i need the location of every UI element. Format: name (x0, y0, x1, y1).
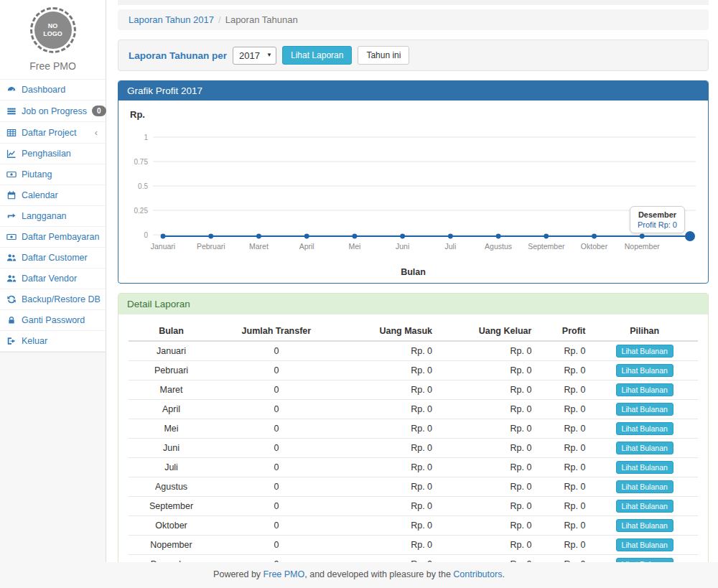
app-logo: NO LOGO (30, 7, 76, 53)
sidebar-item-daftar-customer[interactable]: Daftar Customer (0, 248, 106, 269)
table-row-pebruari: Pebruari0Rp. 0Rp. 0Rp. 0Lihat Bulanan (129, 361, 698, 381)
money-icon (6, 169, 17, 179)
cell-profit: Rp. 0 (537, 497, 591, 516)
sidebar-item-backup-restore-db[interactable]: Backup/Restore DB (0, 289, 106, 310)
sidebar-item-piutang[interactable]: Piutang (0, 164, 106, 185)
sidebar-item-penghasilan[interactable]: Penghasilan (0, 144, 106, 164)
sidebar-item-calendar[interactable]: Calendar (0, 185, 106, 206)
column-header-uang-masuk: Uang Masuk (339, 322, 438, 341)
lihat-bulanan-button[interactable]: Lihat Bulanan (616, 538, 673, 551)
sidebar-item-label: Daftar Project (22, 128, 90, 138)
no-logo-badge: NO LOGO (34, 11, 72, 49)
sidebar-item-ganti-password[interactable]: Ganti Password (0, 310, 106, 331)
y-tick-label: 0.75 (134, 158, 149, 166)
table-row-agustus: Agustus0Rp. 0Rp. 0Rp. 0Lihat Bulanan (129, 477, 698, 497)
cell-masuk: Rp. 0 (339, 341, 438, 361)
lihat-bulanan-button[interactable]: Lihat Bulanan (616, 403, 673, 416)
profit-chart[interactable]: 10.750.50.250JanuariPebruariMaretAprilMe… (129, 121, 698, 269)
sign-out-icon (6, 336, 17, 346)
lihat-bulanan-button[interactable]: Lihat Bulanan (616, 422, 673, 435)
cell-bulan: Juli (129, 458, 214, 477)
sidebar-item-label: Langganan (22, 211, 99, 221)
tahun-ini-button[interactable]: Tahun ini (358, 46, 409, 65)
cell-jumlah: 0 (214, 419, 339, 439)
sidebar-item-daftar-pembayaran[interactable]: Daftar Pembayaran (0, 227, 106, 248)
breadcrumb-separator: / (214, 14, 225, 25)
cell-masuk: Rp. 0 (339, 516, 438, 536)
cell-bulan: Juni (129, 439, 214, 458)
cell-masuk: Rp. 0 (339, 536, 438, 555)
cell-jumlah: 0 (214, 497, 339, 516)
x-tick-label: Maret (249, 242, 269, 251)
lihat-bulanan-button[interactable]: Lihat Bulanan (616, 500, 673, 513)
cell-profit: Rp. 0 (537, 458, 591, 477)
lihat-bulanan-button[interactable]: Lihat Bulanan (616, 383, 673, 396)
lihat-bulanan-button[interactable]: Lihat Bulanan (616, 480, 673, 493)
filter-bar: Laporan Tahunan per 2017 ▼ Lihat Laporan… (118, 39, 709, 71)
breadcrumb-link[interactable]: Laporan Tahun 2017 (129, 14, 214, 25)
cell-masuk: Rp. 0 (339, 419, 438, 439)
cell-masuk: Rp. 0 (339, 497, 438, 516)
lock-icon (6, 315, 17, 325)
lihat-bulanan-button[interactable]: Lihat Bulanan (616, 461, 673, 474)
cell-masuk: Rp. 0 (339, 458, 438, 477)
x-tick-label: Nopember (625, 242, 661, 251)
sidebar-item-label: Backup/Restore DB (22, 294, 101, 304)
x-tick-label: Oktober (581, 242, 608, 251)
users-icon (6, 253, 17, 263)
chart-line-icon (6, 149, 17, 159)
sidebar-item-langganan[interactable]: Langganan (0, 206, 106, 227)
sidebar-item-daftar-vendor[interactable]: Daftar Vendor (0, 269, 106, 289)
sidebar-item-label: Daftar Vendor (22, 274, 99, 284)
x-tick-label: Juni (396, 242, 409, 251)
calendar-icon (6, 190, 17, 200)
year-select[interactable]: 2017 (233, 47, 276, 65)
y-tick-label: 0.5 (138, 182, 148, 190)
table-row-nopember: Nopember0Rp. 0Rp. 0Rp. 0Lihat Bulanan (129, 536, 698, 555)
cell-action: Lihat Bulanan (591, 381, 698, 400)
table-row-oktober: Oktober0Rp. 0Rp. 0Rp. 0Lihat Bulanan (129, 516, 698, 536)
tooltip-month: Desember (638, 210, 677, 219)
column-header-bulan: Bulan (129, 322, 214, 341)
cell-bulan: Mei (129, 419, 214, 439)
x-tick-label: Januari (151, 242, 175, 251)
users-icon (6, 274, 17, 284)
lihat-bulanan-button[interactable]: Lihat Bulanan (616, 364, 673, 377)
footer-text-prefix: Powered by (213, 569, 263, 579)
sidebar-item-label: Daftar Customer (22, 253, 99, 263)
column-header-jumlah-transfer: Jumlah Transfer (214, 322, 339, 341)
cell-keluar: Rp. 0 (438, 381, 537, 400)
lihat-bulanan-button[interactable]: Lihat Bulanan (616, 442, 673, 454)
lihat-bulanan-button[interactable]: Lihat Bulanan (616, 519, 673, 532)
footer-contributors-link[interactable]: Contributors (453, 569, 502, 579)
cell-bulan: Nopember (129, 536, 214, 555)
profit-line-chart-svg[interactable]: 10.750.50.250JanuariPebruariMaretAprilMe… (129, 121, 700, 266)
cell-profit: Rp. 0 (537, 516, 591, 536)
table-row-juni: Juni0Rp. 0Rp. 0Rp. 0Lihat Bulanan (129, 439, 698, 458)
sidebar-item-dashboard[interactable]: Dashboard (0, 80, 106, 101)
job-count-badge: 0 (92, 106, 106, 116)
sidebar-item-daftar-project[interactable]: Daftar Project‹ (0, 122, 106, 144)
cell-masuk: Rp. 0 (339, 400, 438, 419)
x-tick-label: Mei (348, 242, 360, 251)
table-row-juli: Juli0Rp. 0Rp. 0Rp. 0Lihat Bulanan (129, 458, 698, 477)
x-tick-label: Agustus (485, 242, 512, 251)
cell-action: Lihat Bulanan (591, 516, 698, 536)
lihat-laporan-button[interactable]: Lihat Laporan (282, 46, 352, 65)
cell-jumlah: 0 (214, 458, 339, 477)
lihat-bulanan-button[interactable]: Lihat Bulanan (616, 345, 673, 358)
cell-keluar: Rp. 0 (438, 516, 537, 536)
sidebar-item-label: Daftar Pembayaran (22, 232, 99, 242)
cell-keluar: Rp. 0 (438, 439, 537, 458)
report-table: BulanJumlah TransferUang MasukUang Kelua… (129, 322, 698, 588)
cell-jumlah: 0 (214, 439, 339, 458)
table-row-april: April0Rp. 0Rp. 0Rp. 0Lihat Bulanan (129, 400, 698, 419)
main-content: Laporan Tahun 2017/Laporan Tahunan Lapor… (107, 0, 718, 588)
cell-action: Lihat Bulanan (591, 439, 698, 458)
chart-x-axis-title: Bulan (129, 267, 698, 277)
footer-freepmo-link[interactable]: Free PMO (264, 569, 305, 579)
sidebar-item-job-on-progress[interactable]: Job on Progress0 (0, 101, 106, 122)
sidebar-item-keluar[interactable]: Keluar (0, 331, 106, 352)
cell-jumlah: 0 (214, 400, 339, 419)
cell-bulan: Oktober (129, 516, 214, 536)
